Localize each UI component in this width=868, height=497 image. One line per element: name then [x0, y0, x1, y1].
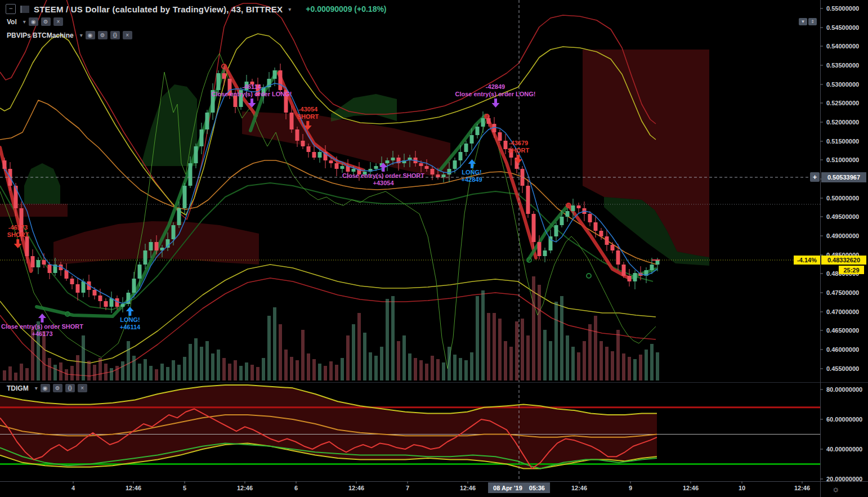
cloud-left-maroon-strip — [0, 204, 68, 217]
volume-bar — [521, 319, 524, 380]
volume-bar — [341, 358, 344, 380]
candle-body — [543, 250, 547, 256]
volume-bar — [65, 369, 68, 380]
chevron-down-icon[interactable]: ▾ — [35, 385, 38, 391]
down-arrow-icon — [304, 121, 312, 130]
tdigm-indicator-label[interactable]: TDIGM — [7, 384, 29, 392]
candle-body — [425, 166, 429, 169]
tdigm-close-icon[interactable]: × — [78, 384, 87, 392]
trade-annotation-text: +42849 — [461, 176, 482, 183]
axis-settings-icon[interactable]: ☼ — [832, 484, 840, 494]
tdigm-source-code-icon[interactable]: {} — [65, 384, 75, 392]
trade-annotation-text: -43679 — [508, 140, 530, 147]
change-percent-badge: -4.14% — [794, 256, 820, 265]
candle-body — [172, 225, 176, 239]
volume-bar — [93, 365, 96, 380]
volume-bar — [566, 335, 569, 380]
trade-annotation-text: +46173 — [1, 330, 83, 338]
volume-bar — [284, 350, 288, 380]
pbvips-settings-icon[interactable]: ⚙ — [98, 31, 108, 39]
volume-bar — [172, 360, 175, 380]
time-axis-label: 12:46 — [126, 485, 141, 491]
candle-body — [222, 73, 226, 79]
candle-body — [189, 163, 193, 186]
collapse-panel-icon[interactable]: − — [6, 4, 16, 14]
volume-bar — [110, 368, 113, 380]
pbvips-close-icon[interactable]: × — [123, 31, 132, 39]
add-order-plus-button[interactable]: + — [810, 172, 820, 182]
trade-annotation: Close entry(s) order SHORT+46173 — [1, 313, 83, 338]
symbol-title[interactable]: STEEM / US Dollar (calculated by Trading… — [34, 5, 283, 14]
price-axis-label: 0.49000000 — [826, 232, 859, 239]
candle-body — [611, 245, 615, 250]
volume-bar — [549, 341, 552, 380]
volume-bar — [481, 290, 485, 380]
candle-body — [312, 152, 316, 158]
candle-body — [144, 250, 147, 265]
trade-annotation-text: -43054 — [297, 106, 319, 113]
volume-bar — [312, 359, 316, 380]
volume-bar — [397, 341, 400, 380]
volume-bar — [70, 366, 74, 380]
trade-annotation: -46173SHORT — [7, 224, 29, 249]
candle-body — [138, 265, 142, 279]
pbvips-eye-icon[interactable]: ◉ — [86, 31, 95, 39]
volume-bar — [53, 365, 57, 380]
volume-bar — [628, 357, 631, 380]
trade-annotation: -43054SHORT — [297, 106, 319, 131]
trade-annotation-text: -42849 — [455, 83, 535, 91]
chevron-down-icon[interactable]: ▾ — [23, 19, 26, 25]
candle-body — [155, 242, 159, 250]
trade-annotation: -46114Close entry(s) order LONG! — [211, 83, 292, 108]
volume-bar — [448, 347, 451, 380]
volume-bar — [352, 324, 355, 380]
trade-annotation-text: -46173 — [7, 224, 29, 231]
vol-close-icon[interactable]: × — [53, 17, 63, 26]
candle-body — [99, 295, 102, 301]
volume-bar — [256, 367, 259, 380]
vol-indicator-row: Vol ▾ ◉ ⚙ × — [7, 17, 63, 26]
candle-body — [628, 276, 632, 281]
vol-eye-icon[interactable]: ◉ — [29, 17, 38, 26]
chevron-down-icon[interactable]: ▾ — [288, 6, 291, 12]
candle-body — [329, 160, 333, 163]
vol-indicator-label[interactable]: Vol — [7, 18, 17, 26]
tdigm-settings-icon[interactable]: ⚙ — [53, 384, 62, 392]
volume-bars — [3, 276, 659, 380]
candle-body — [290, 113, 294, 129]
vol-settings-icon[interactable]: ⚙ — [41, 17, 51, 26]
scale-fit-button[interactable]: ⇕ — [808, 18, 817, 25]
price-axis-label: 0.51500000 — [826, 138, 859, 145]
volume-bar — [166, 367, 169, 380]
volume-bar — [470, 352, 473, 380]
scale-collapse-button[interactable]: ▼ — [799, 18, 807, 25]
chevron-down-icon[interactable]: ▾ — [80, 32, 83, 38]
volume-bar — [87, 361, 91, 380]
volume-bar — [59, 362, 62, 380]
volume-bar — [509, 347, 513, 380]
pbvips-indicator-label[interactable]: PBVIPs BTCMachine — [7, 32, 74, 39]
candle-body — [200, 129, 204, 146]
volume-bar — [245, 362, 248, 380]
candle-body — [205, 113, 209, 129]
price-axis-label: 0.50000000 — [826, 195, 859, 202]
volume-bar — [408, 353, 411, 380]
tdigm-eye-icon[interactable]: ◉ — [41, 384, 50, 392]
candle-body — [318, 152, 322, 158]
volume-bar — [571, 347, 575, 380]
trend-flip-dot-2 — [587, 274, 591, 278]
volume-bar — [498, 319, 502, 380]
chart-canvas[interactable] — [0, 0, 868, 497]
candle-body — [448, 169, 451, 174]
volume-bar — [363, 333, 366, 380]
volume-bar — [115, 366, 119, 380]
trade-annotation: -43679SHORT — [508, 140, 530, 164]
candle-body — [599, 231, 603, 236]
time-axis-label: 6 — [294, 485, 298, 491]
volume-bar — [318, 364, 321, 380]
candle-body — [560, 217, 564, 225]
candle-body — [656, 261, 660, 265]
volume-bar — [532, 276, 535, 380]
pbvips-source-code-icon[interactable]: {} — [110, 31, 120, 39]
candle-body — [526, 186, 530, 214]
